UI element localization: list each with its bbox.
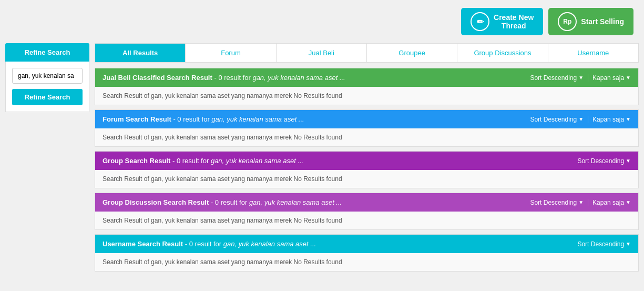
start-selling-label: Start Selling	[581, 17, 624, 26]
sidebar: Refine Search Refine Search	[5, 43, 89, 276]
forum-time-dropdown[interactable]: Kapan saja ▼	[592, 116, 631, 123]
group-section: Group Search Result - 0 result for gan, …	[95, 151, 639, 188]
group-discussion-sort-dropdown[interactable]: Sort Descending ▼	[530, 199, 584, 206]
chevron-down-icon: ▼	[626, 75, 631, 81]
top-bar: ✏ Create NewThread Rp Start Selling	[0, 0, 644, 43]
chevron-down-icon: ▼	[626, 116, 631, 122]
start-selling-button[interactable]: Rp Start Selling	[548, 8, 633, 35]
forum-body: Search Result of gan, yuk kenalan sama a…	[95, 128, 638, 146]
jual-beli-section: Jual Beli Classified Search Result - 0 r…	[95, 68, 639, 105]
jual-beli-sort-area: Sort Descending ▼ Kapan saja ▼	[530, 74, 631, 82]
jual-beli-header: Jual Beli Classified Search Result - 0 r…	[95, 68, 638, 87]
username-sort-dropdown[interactable]: Sort Descending ▼	[577, 240, 631, 248]
chevron-down-icon: ▼	[626, 158, 631, 164]
sidebar-title: Refine Search	[5, 43, 89, 62]
create-thread-button[interactable]: ✏ Create NewThread	[461, 8, 543, 35]
forum-header: Forum Search Result - 0 result for gan, …	[95, 110, 638, 128]
jual-beli-body: Search Result of gan, yuk kenalan sama a…	[95, 87, 638, 105]
group-discussion-section: Group Discussion Search Result - 0 resul…	[95, 193, 639, 230]
chevron-down-icon: ▼	[578, 199, 584, 205]
group-title: Group Search Result - 0 result for gan, …	[103, 157, 303, 165]
jual-beli-time-dropdown[interactable]: Kapan saja ▼	[592, 74, 631, 82]
search-input[interactable]	[12, 68, 83, 84]
forum-section: Forum Search Result - 0 result for gan, …	[95, 109, 639, 147]
edit-icon: ✏	[471, 12, 489, 31]
tab-username[interactable]: Username	[548, 44, 638, 62]
username-section: Username Search Result - 0 result for ga…	[95, 234, 639, 272]
forum-sort-area: Sort Descending ▼ Kapan saja ▼	[530, 116, 631, 123]
sidebar-body: Refine Search	[5, 62, 89, 112]
group-discussion-title: Group Discussion Search Result - 0 resul…	[103, 198, 342, 206]
username-body: Search Result of gan, yuk kenalan sama a…	[95, 253, 638, 271]
chevron-down-icon: ▼	[578, 116, 584, 122]
tab-all-results[interactable]: All Results	[95, 44, 186, 62]
jual-beli-title: Jual Beli Classified Search Result - 0 r…	[103, 74, 345, 82]
group-discussion-sort-area: Sort Descending ▼ Kapan saja ▼	[530, 199, 631, 206]
create-thread-label: Create NewThread	[494, 13, 534, 30]
tabs-bar: All Results Forum Jual Beli Groupee Grou…	[95, 43, 639, 63]
group-sort-dropdown[interactable]: Sort Descending ▼	[577, 157, 631, 165]
username-sort-area: Sort Descending ▼	[577, 240, 631, 248]
jual-beli-sort-dropdown[interactable]: Sort Descending ▼	[530, 74, 584, 82]
main-layout: Refine Search Refine Search All Results …	[0, 43, 644, 286]
content-area: All Results Forum Jual Beli Groupee Grou…	[95, 43, 639, 276]
chevron-down-icon: ▼	[626, 199, 631, 205]
group-body: Search Result of gan, yuk kenalan sama a…	[95, 170, 638, 188]
forum-title: Forum Search Result - 0 result for gan, …	[103, 115, 304, 123]
group-header: Group Search Result - 0 result for gan, …	[95, 152, 638, 170]
chevron-down-icon: ▼	[578, 75, 584, 81]
tab-jual-beli[interactable]: Jual Beli	[277, 44, 367, 62]
group-sort-area: Sort Descending ▼	[577, 157, 631, 165]
tab-forum[interactable]: Forum	[186, 44, 276, 62]
group-discussion-body: Search Result of gan, yuk kenalan sama a…	[95, 212, 638, 229]
username-header: Username Search Result - 0 result for ga…	[95, 235, 638, 253]
rp-icon: Rp	[558, 12, 577, 31]
group-discussion-time-dropdown[interactable]: Kapan saja ▼	[592, 199, 631, 206]
forum-sort-dropdown[interactable]: Sort Descending ▼	[530, 116, 584, 123]
group-discussion-header: Group Discussion Search Result - 0 resul…	[95, 193, 638, 212]
username-title: Username Search Result - 0 result for ga…	[103, 240, 316, 248]
tab-group-discussions[interactable]: Group Discussions	[457, 44, 548, 62]
chevron-down-icon: ▼	[626, 241, 631, 247]
refine-search-button[interactable]: Refine Search	[12, 89, 83, 105]
tab-groupee[interactable]: Groupee	[367, 44, 457, 62]
